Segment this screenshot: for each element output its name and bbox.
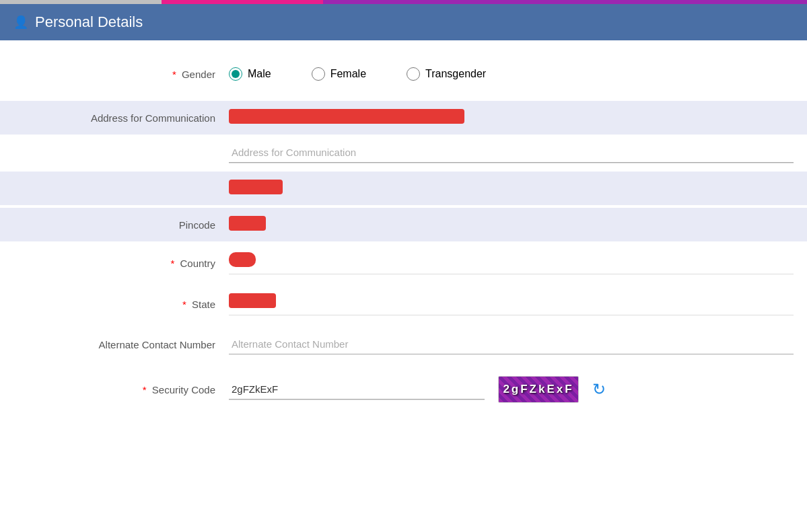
state-row: * State	[0, 285, 807, 324]
address-text-row	[0, 135, 807, 172]
security-code-input-wrapper[interactable]	[229, 379, 485, 400]
gender-female-radio[interactable]	[312, 67, 325, 81]
address-text-input[interactable]	[229, 143, 794, 163]
security-code-field: 2gFZkExF ↻	[229, 376, 794, 403]
gender-female-option[interactable]: Female	[312, 67, 366, 81]
gender-transgender-radio[interactable]	[407, 67, 420, 81]
state-value-masked	[229, 293, 276, 308]
alternate-contact-row: Alternate Contact Number	[0, 326, 807, 363]
state-field[interactable]	[229, 293, 794, 315]
country-required-star: *	[170, 258, 174, 269]
page-header: 👤 Personal Details	[0, 4, 807, 40]
captcha-text: 2gFZkExF	[503, 383, 573, 396]
gender-transgender-option[interactable]: Transgender	[407, 67, 486, 81]
form-container: * Gender Male Female Transgender	[0, 40, 807, 424]
page-title: Personal Details	[35, 13, 143, 31]
pincode-row: Pincode	[0, 208, 807, 241]
gender-options: Male Female Transgender	[229, 67, 794, 81]
address-label: Address for Communication	[13, 112, 229, 124]
alternate-contact-input[interactable]	[229, 334, 794, 354]
refresh-captcha-button[interactable]: ↻	[592, 380, 606, 399]
security-code-input[interactable]	[229, 379, 485, 400]
gender-female-label: Female	[330, 68, 366, 80]
address-header-row: Address for Communication	[0, 101, 807, 135]
address-row-2	[0, 172, 807, 205]
address-field-1	[229, 109, 794, 126]
address-value-1-masked	[229, 109, 464, 124]
gender-row: * Gender Male Female Transgender	[0, 67, 807, 81]
alternate-contact-field[interactable]	[229, 334, 794, 354]
alternate-contact-label: Alternate Contact Number	[13, 339, 229, 350]
gender-male-option[interactable]: Male	[229, 67, 271, 81]
captcha-image: 2gFZkExF	[498, 376, 579, 403]
address-value-2-masked	[229, 180, 283, 194]
address-text-field[interactable]	[229, 143, 794, 163]
person-icon: 👤	[13, 15, 28, 30]
gender-label: * Gender	[13, 69, 229, 80]
state-label: * State	[13, 299, 229, 310]
country-field[interactable]	[229, 252, 794, 274]
state-required-star: *	[182, 299, 186, 310]
gender-field: Male Female Transgender	[229, 67, 794, 81]
pincode-value-masked	[229, 216, 266, 231]
security-code-label: * Security Code	[13, 384, 229, 395]
address-field-2	[229, 180, 794, 197]
pincode-field[interactable]	[229, 216, 794, 233]
security-code-row: * Security Code 2gFZkExF ↻	[0, 368, 807, 411]
gender-male-radio[interactable]	[229, 67, 242, 81]
country-row: * Country	[0, 244, 807, 282]
country-value-masked	[229, 252, 256, 267]
gender-male-label: Male	[248, 68, 271, 80]
pincode-label: Pincode	[13, 219, 229, 231]
captcha-area: 2gFZkExF ↻	[229, 376, 794, 403]
gender-transgender-label: Transgender	[425, 68, 486, 80]
gender-required-star: *	[172, 69, 176, 80]
country-label: * Country	[13, 258, 229, 269]
security-required-star: *	[143, 384, 147, 395]
